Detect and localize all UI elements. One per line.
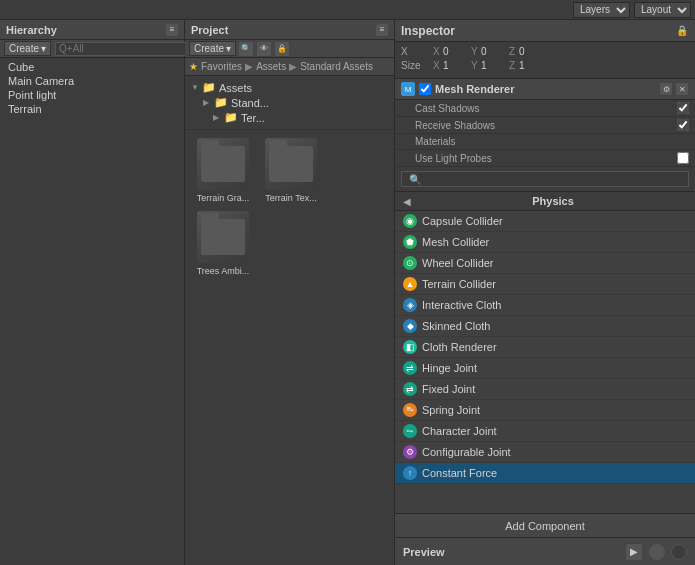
list-item[interactable]: ◆ Skinned Cloth <box>395 316 695 337</box>
y-label: Y <box>471 60 479 71</box>
hierarchy-item[interactable]: Terrain <box>0 102 184 116</box>
hierarchy-panel: Hierarchy ≡ Create ▾ Cube Main Camera Po… <box>0 20 185 565</box>
asset-item[interactable]: Trees Ambi... <box>193 211 253 276</box>
size-label: Size <box>401 60 429 71</box>
list-item[interactable]: ◉ Capsule Collider <box>395 211 695 232</box>
capsule-collider-label: Capsule Collider <box>422 215 503 227</box>
hierarchy-item[interactable]: Cube <box>0 60 184 74</box>
preview-bar: Preview ▶ <box>395 537 695 565</box>
play-icon[interactable]: ▶ <box>625 543 643 561</box>
configurable-joint-label: Configurable Joint <box>422 446 511 458</box>
assets-tree-item[interactable]: ▶ 📁 Ter... <box>185 110 394 125</box>
hierarchy-item[interactable]: Main Camera <box>0 74 184 88</box>
back-icon[interactable]: ◀ <box>401 195 413 207</box>
folder-icon: 📁 <box>202 81 216 94</box>
receive-shadows-check[interactable] <box>677 119 689 131</box>
lock-icon[interactable]: 🔒 <box>274 41 290 57</box>
cast-shadows-label: Cast Shadows <box>415 103 677 114</box>
search-icon[interactable]: 🔍 <box>238 41 254 57</box>
main-area: Hierarchy ≡ Create ▾ Cube Main Camera Po… <box>0 20 695 565</box>
mesh-collider-label: Mesh Collider <box>422 236 489 248</box>
list-item[interactable]: ⇌ Hinge Joint <box>395 358 695 379</box>
project-create-btn[interactable]: Create ▾ <box>189 41 236 56</box>
expand-icon: ▼ <box>191 83 199 92</box>
asset-label: Terrain Gra... <box>197 193 250 203</box>
project-assets: ▼ 📁 Assets ▶ 📁 Stand... ▶ 📁 Ter... <box>185 76 394 565</box>
asset-folder-icon <box>265 138 317 190</box>
y-label: Y <box>471 46 479 57</box>
circle-icon <box>649 544 665 560</box>
mesh-renderer-header: M Mesh Renderer ⚙ ✕ <box>395 79 695 100</box>
component-settings-btn[interactable]: ⚙ <box>659 82 673 96</box>
list-item[interactable]: ◧ Cloth Renderer <box>395 337 695 358</box>
list-item[interactable]: ⚙ Configurable Joint <box>395 442 695 463</box>
assets-grid: Terrain Gra... Terrain Tex... Trees Ambi… <box>185 130 394 284</box>
cast-shadows-property: Cast Shadows <box>395 100 695 117</box>
inspector-header: Inspector 🔒 <box>395 20 695 42</box>
star-icon: ★ <box>189 61 198 72</box>
xyz-field-z: Z 1 <box>509 60 543 71</box>
position-row: X X 0 Y 0 Z 0 <box>401 46 689 57</box>
component-close-btn[interactable]: ✕ <box>675 82 689 96</box>
x-label: X <box>433 60 441 71</box>
z-label: Z <box>509 60 517 71</box>
xyz-field-z: Z 0 <box>509 46 543 57</box>
skinned-cloth-icon: ◆ <box>403 319 417 333</box>
fixed-joint-label: Fixed Joint <box>422 383 475 395</box>
list-item[interactable]: ◈ Interactive Cloth <box>395 295 695 316</box>
asset-item[interactable]: Terrain Gra... <box>193 138 253 203</box>
spring-joint-icon: ⥱ <box>403 403 417 417</box>
hierarchy-create-btn[interactable]: Create ▾ <box>4 41 51 56</box>
xyz-group: X 0 Y 0 Z 0 <box>433 46 689 57</box>
folder-shape <box>269 146 313 182</box>
cast-shadows-check[interactable] <box>677 102 689 114</box>
project-breadcrumb: ★ Favorites ▶ Assets ▶ Standard Assets <box>185 58 394 76</box>
assets-tree-item[interactable]: ▼ 📁 Assets <box>185 80 394 95</box>
constant-force-label: Constant Force <box>422 467 497 479</box>
list-item[interactable]: ⥊ Character Joint <box>395 421 695 442</box>
asset-label: Trees Ambi... <box>197 266 250 276</box>
receive-shadows-label: Receive Shadows <box>415 120 677 131</box>
constant-force-icon: ↑ <box>403 466 417 480</box>
list-item[interactable]: ⥱ Spring Joint <box>395 400 695 421</box>
hinge-joint-icon: ⇌ <box>403 361 417 375</box>
mesh-renderer-check[interactable] <box>419 83 431 95</box>
list-item[interactable]: ⇄ Fixed Joint <box>395 379 695 400</box>
components-list[interactable]: ◉ Capsule Collider ⬟ Mesh Collider ⊙ Whe… <box>395 211 695 513</box>
interactive-cloth-icon: ◈ <box>403 298 417 312</box>
project-panel: Project ≡ Create ▾ 🔍 👁 🔒 ★ Favorites ▶ A… <box>185 20 395 565</box>
list-item[interactable]: ↑ Constant Force <box>395 463 695 484</box>
expand-icon: ▶ <box>213 113 221 122</box>
assets-tree-item[interactable]: ▶ 📁 Stand... <box>185 95 394 110</box>
list-item[interactable]: ⊙ Wheel Collider <box>395 253 695 274</box>
xyz-field-y: Y 1 <box>471 60 505 71</box>
cloth-renderer-icon: ◧ <box>403 340 417 354</box>
y-value: 0 <box>481 46 505 57</box>
hierarchy-list: Cube Main Camera Point light Terrain <box>0 58 184 565</box>
hierarchy-search-input[interactable] <box>55 42 190 56</box>
mesh-collider-icon: ⬟ <box>403 235 417 249</box>
use-light-probes-check[interactable] <box>677 152 689 164</box>
asset-item[interactable]: Terrain Tex... <box>261 138 321 203</box>
inspector-content: X X 0 Y 0 Z 0 <box>395 42 695 537</box>
component-menu: ⚙ ✕ <box>659 82 689 96</box>
folder-shape <box>201 146 245 182</box>
tree-item-label: Stand... <box>231 97 269 109</box>
breadcrumb-assets: Assets <box>256 61 286 72</box>
search-container: 🔍 <box>401 171 689 187</box>
list-item[interactable]: ▲ Terrain Collider <box>395 274 695 295</box>
eye-icon[interactable]: 👁 <box>256 41 272 57</box>
add-component-btn[interactable]: Add Component <box>395 513 695 537</box>
hierarchy-item[interactable]: Point light <box>0 88 184 102</box>
layers-select[interactable]: Layers <box>573 2 630 18</box>
inspector-lock-btn[interactable]: 🔒 <box>675 24 689 38</box>
physics-title: Physics <box>417 195 689 207</box>
breadcrumb-standard: Standard Assets <box>300 61 373 72</box>
folder-icon: 📁 <box>214 96 228 109</box>
hierarchy-close-btn[interactable]: ≡ <box>166 24 178 36</box>
use-light-probes-property: Use Light Probes <box>395 150 695 167</box>
layout-select[interactable]: Layout <box>634 2 691 18</box>
list-item[interactable]: ⬟ Mesh Collider <box>395 232 695 253</box>
component-search-input[interactable] <box>401 171 689 187</box>
project-close-btn[interactable]: ≡ <box>376 24 388 36</box>
